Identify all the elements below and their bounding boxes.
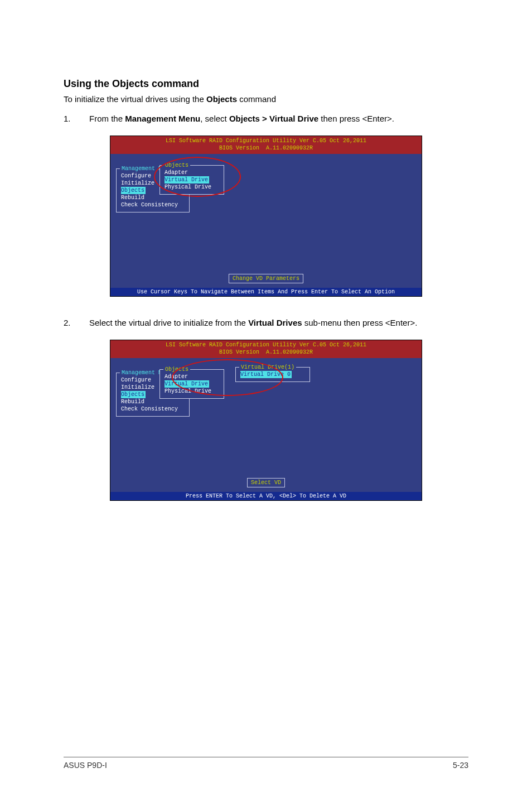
intro-bold: Objects bbox=[206, 94, 237, 104]
objects2-item-adapter[interactable]: Adapter bbox=[165, 373, 219, 380]
footer-left: ASUS P9D-I bbox=[64, 761, 107, 770]
mgmt-item-rebuild[interactable]: Rebuild bbox=[121, 194, 185, 201]
footer-right: 5-23 bbox=[453, 761, 468, 770]
page-footer: ASUS P9D-I 5-23 bbox=[64, 757, 468, 770]
bios1-hint: Change VD Parameters bbox=[229, 274, 303, 283]
objects-item-adapter[interactable]: Adapter bbox=[165, 169, 219, 176]
s2-t1: Select the virtual drive to initialize f… bbox=[89, 318, 248, 327]
mgmt2-item-objects[interactable]: Objects bbox=[121, 391, 146, 398]
bios2-footer: Press ENTER To Select A VD, <Del> To Del… bbox=[110, 492, 422, 500]
objects-panel-title-2: Objects bbox=[163, 366, 190, 373]
mgmt2-item-rebuild[interactable]: Rebuild bbox=[121, 398, 185, 405]
bios1-body: Management Menu Configure Initialize Obj… bbox=[110, 154, 422, 288]
step-1: 1. From the Management Menu, select Obje… bbox=[64, 113, 468, 124]
s2-t2: sub-menu then press <Enter>. bbox=[302, 318, 418, 327]
virtual-drive-panel-title: Virtual Drive(1) bbox=[239, 364, 296, 370]
virtual-drive-item-0[interactable]: Virtual Drive 0 bbox=[240, 371, 292, 378]
s1-t3: then press <Enter>. bbox=[318, 114, 394, 123]
bios-screenshot-1: LSI Software RAID Configuration Utility … bbox=[110, 136, 422, 297]
step-1-text: From the Management Menu, select Objects… bbox=[89, 113, 468, 124]
s1-t2: , select bbox=[200, 114, 229, 123]
section-heading: Using the Objects command bbox=[64, 78, 468, 90]
s1-b2: Objects > Virtual Drive bbox=[229, 114, 318, 123]
objects-item-virtual-drive[interactable]: Virtual Drive bbox=[165, 176, 209, 183]
bios2-title2: BIOS Version A.11.02090932R bbox=[219, 349, 313, 355]
bios1-title1: LSI Software RAID Configuration Utility … bbox=[166, 138, 366, 144]
mgmt-item-check-consistency[interactable]: Check Consistency bbox=[121, 201, 185, 209]
bios2-header: LSI Software RAID Configuration Utility … bbox=[110, 340, 422, 358]
mgmt-item-objects[interactable]: Objects bbox=[121, 187, 146, 194]
objects-item-physical-drive[interactable]: Physical Drive bbox=[165, 183, 219, 191]
objects-panel-title: Objects bbox=[163, 162, 190, 168]
intro-pre: To initialize the virtual drives using t… bbox=[64, 94, 206, 104]
s1-t1: From the bbox=[89, 114, 125, 123]
s1-b1: Management Menu bbox=[125, 114, 200, 123]
virtual-drive-panel: Virtual Drive(1) Virtual Drive 0 bbox=[235, 367, 310, 382]
step-2-text: Select the virtual drive to initialize f… bbox=[89, 317, 468, 328]
objects2-item-virtual-drive[interactable]: Virtual Drive bbox=[165, 380, 209, 388]
bios1-footer: Use Cursor Keys To Navigate Between Item… bbox=[110, 288, 422, 296]
step-2: 2. Select the virtual drive to initializ… bbox=[64, 317, 468, 328]
intro-post: command bbox=[237, 94, 276, 104]
bios2-body: Management Menu Configure Initialize Obj… bbox=[110, 358, 422, 492]
step-2-number: 2. bbox=[64, 317, 89, 328]
bios2-hint: Select VD bbox=[247, 478, 285, 487]
bios-screenshot-2: LSI Software RAID Configuration Utility … bbox=[110, 340, 422, 501]
bios2-title1: LSI Software RAID Configuration Utility … bbox=[166, 342, 366, 348]
objects-panel-2: Objects Adapter Virtual Drive Physical D… bbox=[159, 369, 224, 399]
s2-b1: Virtual Drives bbox=[248, 318, 302, 327]
objects2-item-physical-drive[interactable]: Physical Drive bbox=[165, 388, 219, 395]
step-1-number: 1. bbox=[64, 113, 89, 124]
bios1-header: LSI Software RAID Configuration Utility … bbox=[110, 136, 422, 154]
objects-panel: Objects Adapter Virtual Drive Physical D… bbox=[159, 165, 224, 195]
bios1-title2: BIOS Version A.11.02090932R bbox=[219, 145, 313, 151]
intro-paragraph: To initialize the virtual drives using t… bbox=[64, 93, 468, 105]
mgmt2-item-check-consistency[interactable]: Check Consistency bbox=[121, 405, 185, 413]
